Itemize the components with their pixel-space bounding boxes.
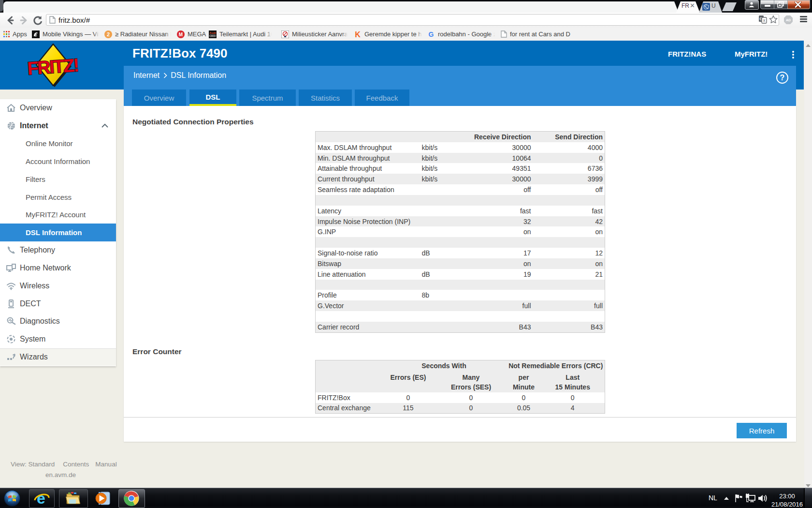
svg-text:?: ? bbox=[780, 74, 785, 82]
svg-text:2: 2 bbox=[107, 31, 110, 37]
svg-text:Audi: Audi bbox=[209, 31, 216, 34]
svg-text:M: M bbox=[179, 32, 183, 37]
svg-text:e: e bbox=[37, 490, 45, 507]
svg-text:G: G bbox=[429, 30, 434, 38]
svg-text:x: x bbox=[763, 18, 766, 23]
svg-text:AD: AD bbox=[786, 18, 791, 22]
svg-text:FRITZ!: FRITZ! bbox=[27, 55, 79, 78]
svg-text:K: K bbox=[355, 30, 361, 38]
